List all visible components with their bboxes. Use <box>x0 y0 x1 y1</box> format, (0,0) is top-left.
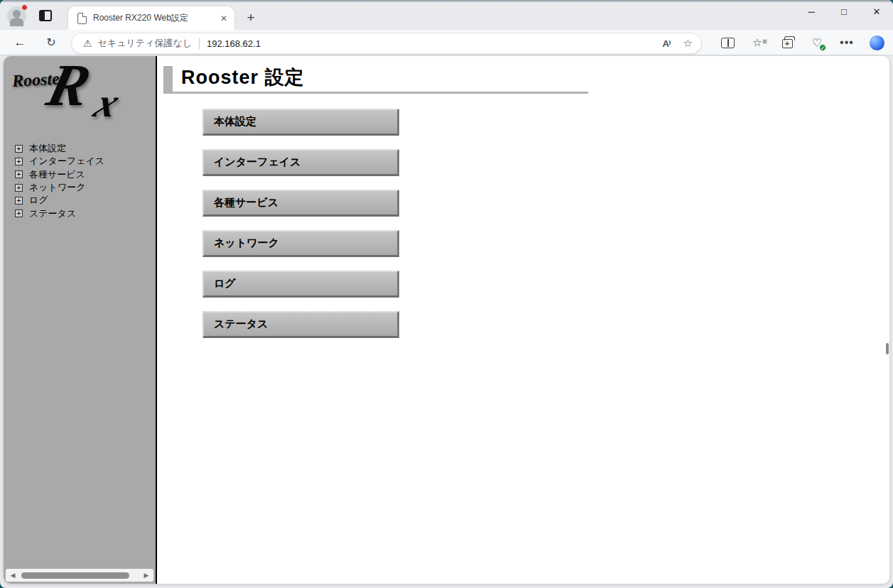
favorites-icon[interactable]: ☆≡ <box>747 33 768 53</box>
sidebar-item-network[interactable]: + ネットワーク <box>12 181 104 194</box>
page-favicon-icon <box>77 13 87 24</box>
scrollbar-thumb[interactable] <box>21 572 129 579</box>
new-tab-button[interactable]: + <box>242 9 260 28</box>
address-bar[interactable]: ⚠ セキュリティ保護なし 192.168.62.1 A⁾ ☆ <box>71 33 702 54</box>
main-vertical-scrollbar-thumb[interactable] <box>886 343 889 354</box>
url-text: 192.168.62.1 <box>207 38 649 49</box>
browser-tab[interactable]: Rooster RX220 Web設定 ✕ <box>68 6 234 30</box>
title-bar: Rooster RX220 Web設定 ✕ + ─ □ ✕ <box>0 0 893 30</box>
heading-underline <box>163 92 588 94</box>
browser-toolbar: ← ↻ ⚠ セキュリティ保護なし 192.168.62.1 A⁾ ☆ ☆≡ + … <box>0 30 893 55</box>
profile-avatar[interactable] <box>7 6 26 26</box>
security-label: セキュリティ保護なし <box>98 37 192 50</box>
sidebar-frame: Rooster R x + 本体設定 + インターフェイス + 各種サービス <box>4 56 156 584</box>
refresh-button[interactable]: ↻ <box>40 33 62 53</box>
web-content: Rooster R x + 本体設定 + インターフェイス + 各種サービス <box>4 56 889 584</box>
sidebar-item-interface[interactable]: + インターフェイス <box>12 155 104 168</box>
sidebar-menu-tree: + 本体設定 + インターフェイス + 各種サービス + ネットワーク + <box>12 142 104 220</box>
scroll-left-icon[interactable]: ◀ <box>7 569 18 582</box>
main-frame: Rooster 設定 本体設定 インターフェイス 各種サービス ネットワーク ロ… <box>157 56 889 584</box>
heading-accent-bar <box>163 66 173 93</box>
interface-button[interactable]: インターフェイス <box>202 149 399 176</box>
close-button[interactable]: ✕ <box>860 0 893 26</box>
security-warning-icon[interactable]: ⚠ <box>83 38 92 49</box>
scroll-right-icon[interactable]: ▶ <box>141 569 152 582</box>
sidebar-item-log[interactable]: + ログ <box>12 194 104 207</box>
collections-icon[interactable]: + <box>776 33 798 53</box>
window-controls: ─ □ ✕ <box>795 0 893 26</box>
split-screen-icon[interactable] <box>717 33 738 53</box>
copilot-icon[interactable] <box>866 33 887 53</box>
tree-expand-icon[interactable]: + <box>15 158 23 165</box>
toolbar-right-icons: ☆≡ + ♡ ✓ ••• <box>717 33 887 53</box>
services-button[interactable]: 各種サービス <box>202 190 399 217</box>
settings-more-icon[interactable]: ••• <box>836 33 857 53</box>
hontai-settei-button[interactable]: 本体設定 <box>202 109 399 136</box>
browser-essentials-icon[interactable]: ♡ ✓ <box>806 33 828 53</box>
sidebar-item-services[interactable]: + 各種サービス <box>12 168 104 181</box>
network-button[interactable]: ネットワーク <box>202 230 399 257</box>
browser-window: Rooster RX220 Web設定 ✕ + ─ □ ✕ ← ↻ ⚠ セキュリ… <box>0 0 893 588</box>
menu-button-column: 本体設定 インターフェイス 各種サービス ネットワーク ログ ステータス <box>202 109 399 338</box>
page-title: Rooster 設定 <box>181 65 305 90</box>
rooster-rx-logo: Rooster R x <box>8 60 150 138</box>
sidebar-horizontal-scrollbar[interactable]: ◀ ▶ <box>6 569 153 582</box>
minimize-button[interactable]: ─ <box>795 0 828 26</box>
essentials-check-icon: ✓ <box>819 44 826 51</box>
tab-actions-menu-icon[interactable] <box>39 10 52 21</box>
maximize-button[interactable]: □ <box>828 0 860 26</box>
notification-dot <box>21 4 28 11</box>
address-divider <box>199 38 200 49</box>
avatar-head-icon <box>13 10 21 18</box>
status-button[interactable]: ステータス <box>202 311 399 338</box>
tree-expand-icon[interactable]: + <box>15 197 23 205</box>
tree-expand-icon[interactable]: + <box>15 209 23 217</box>
tree-expand-icon[interactable]: + <box>15 145 23 153</box>
avatar-body-icon <box>10 18 23 26</box>
tab-title: Rooster RX220 Web設定 <box>93 12 215 24</box>
log-button[interactable]: ログ <box>202 271 399 298</box>
sidebar-item-hontai-settei[interactable]: + 本体設定 <box>12 142 104 155</box>
read-aloud-icon[interactable]: A⁾ <box>662 38 670 49</box>
tree-expand-icon[interactable]: + <box>15 184 23 192</box>
back-button[interactable]: ← <box>9 33 31 53</box>
tab-close-icon[interactable]: ✕ <box>220 13 227 23</box>
add-favorite-star-icon[interactable]: ☆ <box>683 37 693 50</box>
sidebar-item-status[interactable]: + ステータス <box>12 207 104 219</box>
tree-expand-icon[interactable]: + <box>15 170 23 178</box>
